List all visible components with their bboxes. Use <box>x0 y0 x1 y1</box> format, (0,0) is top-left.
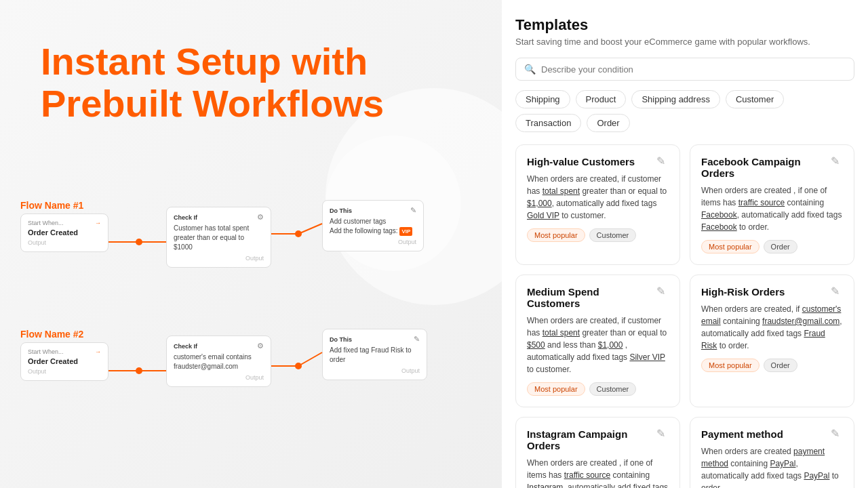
card-facebook-campaign: Facebook Campaign Orders ✎ When orders a… <box>690 144 854 265</box>
search-icon: 🔍 <box>524 64 536 75</box>
tag-customer: Customer <box>589 228 637 242</box>
card-title: Instagram Campaign Orders <box>527 428 669 451</box>
svg-point-10 <box>295 363 302 369</box>
settings-icon: ⚙ <box>257 213 264 222</box>
arrow-icon-2: → <box>95 348 101 355</box>
panel-subtitle: Start saving time and boost your eCommer… <box>515 37 854 47</box>
edit-icon[interactable]: ✎ <box>831 285 844 298</box>
filter-order[interactable]: Order <box>587 114 629 132</box>
filter-tags: Shipping Product Shipping address Custom… <box>515 90 854 132</box>
svg-line-5 <box>298 224 322 234</box>
flow2-checkif-box: Check If ⚙ customer's email contains fra… <box>166 336 271 387</box>
filter-transaction[interactable]: Transaction <box>515 114 581 132</box>
cursor-icon: ✎ <box>410 206 416 215</box>
tag-order: Order <box>764 359 797 372</box>
tag-order: Order <box>764 240 797 253</box>
left-panel: Instant Setup with Prebuilt Workflows Fl… <box>0 0 502 488</box>
flow-group-2: Flow Name #2 Start When... → Order Creat… <box>20 329 481 444</box>
filter-shipping-address[interactable]: Shipping address <box>631 90 719 108</box>
card-desc: When orders are created , if one of item… <box>527 457 669 488</box>
settings-icon-2: ⚙ <box>257 342 264 350</box>
edit-icon[interactable]: ✎ <box>656 155 670 168</box>
flow1-checkif-box: Check If ⚙ Customer has total spent grea… <box>166 207 271 268</box>
tag-most-popular: Most popular <box>701 240 760 253</box>
svg-point-4 <box>295 230 302 237</box>
tag-customer: Customer <box>589 382 637 396</box>
flow1-dothis-box: Do This ✎ Add customer tags Add the foll… <box>322 200 424 251</box>
filter-product[interactable]: Product <box>576 90 627 108</box>
flows-area: Flow Name #1 Start When... → Order Creat… <box>20 200 488 464</box>
cards-grid: High-value Customers ✎ When orders are c… <box>515 144 854 488</box>
flow1-start-box: Start When... → Order Created Output <box>20 214 108 252</box>
card-title: Facebook Campaign Orders <box>701 156 843 179</box>
flow-group-1: Flow Name #1 Start When... → Order Creat… <box>20 200 481 315</box>
card-desc: When orders are created , if one of item… <box>701 184 843 233</box>
card-title: Payment method <box>701 428 843 440</box>
edit-icon[interactable]: ✎ <box>656 427 670 441</box>
card-desc: When orders are created, if customer has… <box>527 173 669 222</box>
card-payment-method: Payment method ✎ When orders are created… <box>690 417 854 488</box>
search-input[interactable] <box>541 64 846 75</box>
card-tags: Most popular Customer <box>527 382 669 396</box>
svg-point-7 <box>136 367 142 374</box>
right-panel: Templates Start saving time and boost yo… <box>502 0 868 488</box>
edit-icon[interactable]: ✎ <box>831 427 844 441</box>
card-desc: When orders are created payment method c… <box>701 445 843 488</box>
card-instagram-campaign: Instagram Campaign Orders ✎ When orders … <box>515 417 680 488</box>
filter-customer[interactable]: Customer <box>726 90 784 108</box>
hero-title: Instant Setup with Prebuilt Workflows <box>41 41 384 124</box>
card-tags: Most popular Customer <box>527 228 669 242</box>
card-tags: Most popular Order <box>701 359 843 372</box>
card-high-value-customers: High-value Customers ✎ When orders are c… <box>515 144 680 265</box>
card-high-risk-orders: High-Risk Orders ✎ When orders are creat… <box>690 274 854 407</box>
flow2-start-box: Start When... → Order Created Output <box>20 342 108 381</box>
cursor-icon-2: ✎ <box>414 335 420 344</box>
tag-most-popular: Most popular <box>527 382 585 396</box>
card-tags: Most popular Order <box>701 240 843 253</box>
card-desc: When orders are created, if customer's e… <box>701 303 843 352</box>
card-desc: When orders are created, if customer has… <box>527 314 669 375</box>
card-title: Medium Spend Customers <box>527 286 669 309</box>
card-title: High-Risk Orders <box>701 286 843 298</box>
edit-icon[interactable]: ✎ <box>831 155 844 168</box>
filter-shipping[interactable]: Shipping <box>515 90 570 108</box>
card-medium-spend: Medium Spend Customers ✎ When orders are… <box>515 274 680 407</box>
svg-point-1 <box>136 239 142 245</box>
edit-icon[interactable]: ✎ <box>656 285 670 298</box>
svg-line-11 <box>298 352 322 366</box>
search-bar[interactable]: 🔍 <box>515 58 854 81</box>
arrow-icon: → <box>95 220 101 226</box>
tag-most-popular: Most popular <box>701 359 760 372</box>
panel-title: Templates <box>515 16 854 34</box>
flow2-dothis-box: Do This ✎ Add fixed tag Fraud Risk to or… <box>322 329 427 380</box>
card-title: High-value Customers <box>527 156 669 167</box>
tag-most-popular: Most popular <box>527 228 585 242</box>
